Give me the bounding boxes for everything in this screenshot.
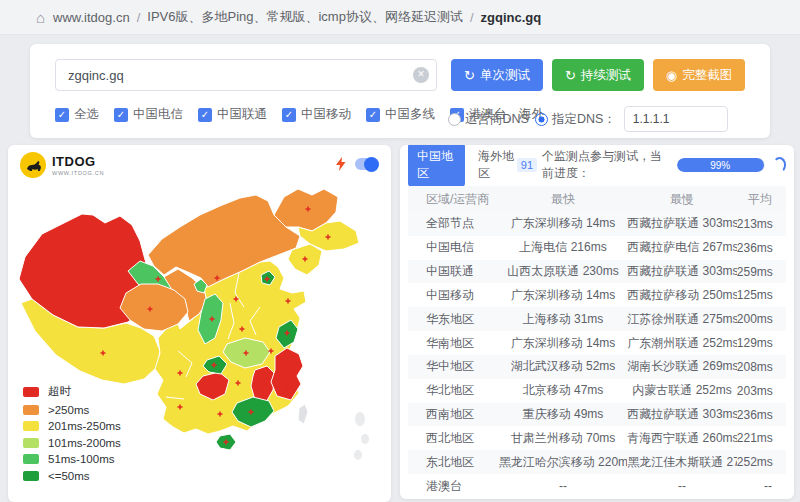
tab-overseas-region[interactable]: 海外地区 [478, 148, 517, 182]
cell-region: 港澳台 [408, 478, 499, 495]
logo-title: ITDOG [52, 155, 104, 168]
checkbox-checked-icon[interactable]: ✓ [114, 108, 128, 122]
table-row: 华东地区 上海移动 31ms 江苏徐州联通 275ms 200ms [408, 307, 786, 331]
full-screenshot-label: 完整截图 [682, 67, 732, 84]
cell-slowest: 黑龙江佳木斯联通 277ms [627, 454, 737, 471]
cell-slowest: 内蒙古联通 252ms [627, 382, 737, 399]
tab-china-region[interactable]: 中国地区 [408, 145, 465, 187]
cell-fastest: 广东深圳移动 14ms [499, 335, 628, 352]
cell-average: 213ms [737, 217, 786, 231]
results-tab-bar: 中国地区 海外地区 91 个监测点参与测试，当前进度： 99% [400, 145, 794, 185]
cell-average: 259ms [737, 265, 786, 279]
filter-checkbox-select-all[interactable]: ✓ 全选 [55, 106, 99, 123]
clear-input-icon[interactable]: × [413, 67, 429, 83]
filter-checkbox-china-unicom[interactable]: ✓ 中国联通 [198, 106, 267, 123]
sea-islands-inset [354, 412, 369, 460]
checkbox-checked-icon[interactable]: ✓ [282, 108, 296, 122]
camera-icon: ◉ [666, 69, 677, 82]
filter-checkbox-china-multiline[interactable]: ✓ 中国多线 [366, 106, 435, 123]
legend-swatch [23, 471, 39, 481]
continuous-test-button[interactable]: ↻ 持续测试 [552, 59, 644, 91]
checkbox-checked-icon[interactable]: ✓ [366, 108, 380, 122]
table-row: 中国联通 山西太原联通 230ms 西藏拉萨联通 303ms 259ms [408, 260, 786, 284]
cell-average: 200ms [737, 312, 786, 326]
results-table-body: 全部节点 广东深圳移动 14ms 西藏拉萨联通 303ms 213ms 中国电信… [408, 212, 786, 498]
checkbox-checked-icon[interactable]: ✓ [198, 108, 212, 122]
legend-item: >250ms [23, 404, 121, 416]
breadcrumb-site[interactable]: www.itdog.cn [53, 10, 130, 25]
filter-checkbox-china-telecom[interactable]: ✓ 中国电信 [114, 106, 183, 123]
legend-swatch [23, 405, 39, 415]
cell-average: 208ms [737, 360, 786, 374]
custom-dns-radio[interactable]: 指定DNS： [535, 111, 616, 128]
header-fastest: 最快 [499, 191, 628, 208]
dns-input[interactable] [624, 106, 728, 132]
cell-average: 129ms [737, 336, 786, 350]
table-row: 西北地区 甘肃兰州移动 70ms 青海西宁联通 260ms 221ms [408, 426, 786, 450]
single-test-button[interactable]: ↻ 单次测试 [451, 59, 543, 91]
loading-spinner-icon [773, 157, 786, 173]
carrier-dns-radio[interactable]: 运营商DNS [448, 111, 529, 128]
legend-swatch [23, 438, 39, 448]
map-animation-toggle[interactable] [355, 158, 377, 170]
cell-slowest: 广东潮州联通 252ms [627, 335, 737, 352]
breadcrumb-current: zgqinc.gq [481, 10, 542, 25]
cell-region: 华东地区 [408, 311, 499, 328]
legend-item: <=50ms [23, 470, 121, 482]
table-row: 中国电信 上海电信 216ms 西藏拉萨电信 267ms 236ms [408, 236, 786, 260]
table-row: 全部节点 广东深圳移动 14ms 西藏拉萨联通 303ms 213ms [408, 212, 786, 236]
header-average: 平均 [737, 191, 786, 208]
cell-fastest: 上海电信 216ms [499, 239, 628, 256]
filter-label: 全选 [74, 106, 99, 123]
cell-slowest: 西藏拉萨联通 303ms [627, 215, 737, 232]
radio-on-icon[interactable] [535, 113, 548, 126]
header-slowest: 最慢 [627, 191, 737, 208]
cell-slowest: 西藏拉萨联通 303ms [627, 406, 737, 423]
cell-slowest: 西藏拉萨电信 267ms [627, 239, 737, 256]
legend-item: 101ms-200ms [23, 437, 121, 449]
cell-fastest: 广东深圳移动 14ms [499, 215, 628, 232]
lightning-icon [336, 157, 346, 171]
table-row: 华北地区 北京移动 47ms 内蒙古联通 252ms 203ms [408, 379, 786, 403]
cell-slowest: 湖南长沙联通 269ms [627, 358, 737, 375]
table-row: 华南地区 广东深圳移动 14ms 广东潮州联通 252ms 129ms [408, 331, 786, 355]
itdog-dog-icon [20, 152, 46, 178]
map-panel: ITDOG WWW.ITDOG.CN [8, 145, 391, 502]
cell-fastest: 上海移动 31ms [499, 311, 628, 328]
logo-subtitle: WWW.ITDOG.CN [52, 170, 104, 176]
header-region: 区域/运营商 [408, 191, 499, 208]
checkbox-checked-icon[interactable]: ✓ [55, 108, 69, 122]
filter-label: 中国多线 [385, 106, 435, 123]
host-input[interactable] [55, 59, 437, 91]
legend-swatch [23, 454, 39, 464]
filter-checkbox-china-mobile[interactable]: ✓ 中国移动 [282, 106, 351, 123]
legend-label: >250ms [48, 404, 89, 416]
continuous-test-label: 持续测试 [581, 67, 631, 84]
cell-region: 中国联通 [408, 263, 499, 280]
legend-label: 超时 [48, 384, 71, 399]
legend-swatch [23, 387, 39, 397]
cell-region: 中国移动 [408, 287, 499, 304]
progress-text: 个监测点参与测试，当前进度： [542, 148, 674, 182]
breadcrumb-path[interactable]: IPV6版、多地Ping、常规版、icmp协议、网络延迟测试 [147, 8, 463, 26]
table-row: 华中地区 湖北武汉移动 52ms 湖南长沙联通 269ms 208ms [408, 355, 786, 379]
map-legend: 超时 >250ms 201ms-250ms 101ms-200ms 51ms-1… [23, 384, 121, 482]
cell-fastest: 广东深圳移动 14ms [499, 287, 628, 304]
filter-label: 中国电信 [133, 106, 183, 123]
radio-off-icon[interactable] [448, 113, 461, 126]
cell-fastest: 黑龙江哈尔滨移动 220ms [499, 454, 628, 471]
results-panel: 中国地区 海外地区 91 个监测点参与测试，当前进度： 99% 区域/运营商 最… [400, 145, 794, 499]
breadcrumb-separator: / [137, 10, 141, 25]
full-screenshot-button[interactable]: ◉ 完整截图 [653, 59, 745, 91]
map-region-taiwan[interactable] [298, 404, 308, 424]
table-row: 西南地区 重庆移动 49ms 西藏拉萨联通 303ms 236ms [408, 403, 786, 427]
toggle-knob[interactable] [364, 157, 379, 172]
cell-region: 西北地区 [408, 430, 499, 447]
cell-fastest: 重庆移动 49ms [499, 406, 628, 423]
home-icon: ⌂ [36, 9, 45, 26]
single-test-label: 单次测试 [480, 67, 530, 84]
filter-label: 中国移动 [301, 106, 351, 123]
results-table: 区域/运营商 最快 最慢 平均 全部节点 广东深圳移动 14ms 西藏拉萨联通 … [408, 186, 786, 498]
cell-slowest: 江苏徐州联通 275ms [627, 311, 737, 328]
cell-fastest: 北京移动 47ms [499, 382, 628, 399]
